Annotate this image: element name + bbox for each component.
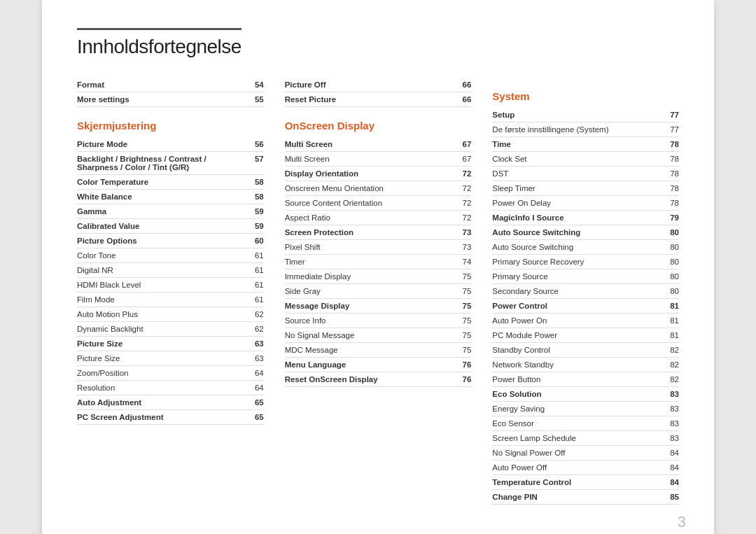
entry-page: 55: [247, 95, 264, 104]
entry-page: 81: [662, 316, 679, 325]
content-columns: Format54More settings55 Skjermjustering …: [77, 78, 679, 517]
entry-page: 75: [454, 316, 471, 325]
col2-top-section: Picture Off66Reset Picture66: [285, 78, 472, 107]
toc-entry: No Signal Message75: [285, 328, 472, 343]
entry-page: 82: [662, 375, 679, 384]
entry-name: Digital NR: [77, 266, 247, 274]
entry-page: 82: [662, 346, 679, 354]
entry-page: 62: [247, 325, 264, 333]
entry-page: 80: [662, 272, 679, 281]
entry-page: 58: [247, 192, 264, 201]
toc-entry: MDC Message75: [285, 343, 472, 358]
toc-entry: Onscreen Menu Orientation72: [285, 181, 472, 196]
entry-page: 77: [662, 111, 679, 119]
entry-name: Color Tone: [77, 251, 247, 260]
toc-entry: Reset Picture66: [285, 92, 472, 107]
entry-page: 54: [247, 80, 264, 89]
entry-page: 78: [662, 155, 679, 163]
entry-page: 64: [247, 384, 264, 392]
entry-name: DST: [492, 169, 662, 178]
toc-entry: Timer74: [285, 255, 472, 269]
toc-entry: HDMI Black Level61: [77, 278, 264, 293]
entry-name: Sleep Timer: [492, 184, 662, 192]
toc-entry: No Signal Power Off84: [492, 446, 679, 461]
toc-entry: Sleep Timer78: [492, 181, 679, 196]
entry-page: 78: [662, 140, 679, 148]
entry-page: 80: [662, 243, 679, 251]
col3-section-title: System: [492, 90, 679, 102]
col1-section-title: Skjermjustering: [77, 120, 264, 132]
entry-name: Auto Source Switching: [492, 243, 662, 251]
entry-name: MDC Message: [285, 346, 455, 354]
toc-entry: Auto Source Switching80: [492, 240, 679, 255]
entry-name: Secondary Source: [492, 287, 662, 295]
toc-entry: Dynamic Backlight62: [77, 322, 264, 337]
toc-entry: Gamma59: [77, 204, 264, 219]
title-bar: Innholdsfortegnelse: [77, 28, 241, 58]
toc-entry: Power On Delay78: [492, 196, 679, 211]
entry-page: 61: [247, 251, 264, 260]
entry-name: Clock Set: [492, 155, 662, 163]
entry-page: 78: [662, 184, 679, 192]
entry-name: MagicInfo I Source: [492, 213, 662, 222]
entry-name: No Signal Power Off: [492, 449, 662, 457]
col2-section-title: OnScreen Display: [285, 120, 472, 132]
toc-entry: Immediate Display75: [285, 269, 472, 284]
toc-entry: Power Button82: [492, 372, 679, 387]
entry-page: 67: [454, 155, 471, 163]
entry-name: Change PIN: [492, 493, 662, 501]
entry-name: Setup: [492, 111, 662, 119]
toc-entry: Screen Protection73: [285, 225, 472, 240]
entry-name: De første innstillingene (System): [492, 125, 662, 134]
entry-name: Side Gray: [285, 287, 455, 295]
entry-name: Screen Lamp Schedule: [492, 434, 662, 442]
toc-entry: Aspect Ratio72: [285, 211, 472, 225]
toc-entry: Energy Saving83: [492, 402, 679, 416]
entry-name: Network Standby: [492, 360, 662, 369]
toc-entry: Resolution64: [77, 381, 264, 395]
entry-page: 82: [662, 360, 679, 369]
toc-entry: More settings55: [77, 92, 264, 107]
toc-entry: Color Tone61: [77, 248, 264, 263]
entry-page: 57: [247, 155, 264, 163]
entry-page: 72: [454, 199, 471, 207]
entry-name: Multi Screen: [285, 140, 455, 148]
toc-entry: Temperature Control84: [492, 475, 679, 490]
entry-page: 63: [247, 354, 264, 363]
toc-entry: Multi Screen67: [285, 152, 472, 167]
toc-entry: Backlight / Brightness / Contrast / Shar…: [77, 152, 264, 175]
entry-page: 78: [662, 199, 679, 207]
entry-page: 84: [662, 478, 679, 486]
entry-page: 81: [662, 302, 679, 310]
toc-entry: Change PIN85: [492, 490, 679, 505]
toc-entry: Source Content Orientation72: [285, 196, 472, 211]
entry-name: Display Orientation: [285, 169, 455, 178]
entry-page: 80: [662, 258, 679, 266]
entry-name: Picture Options: [77, 237, 247, 245]
toc-entry: Clock Set78: [492, 152, 679, 167]
entry-page: 80: [662, 228, 679, 237]
entry-name: Resolution: [77, 384, 247, 392]
toc-entry: Auto Power Off84: [492, 461, 679, 475]
entry-page: 83: [662, 405, 679, 413]
page-number: 3: [678, 513, 686, 531]
toc-entry: Screen Lamp Schedule83: [492, 431, 679, 446]
entry-name: Auto Adjustment: [77, 398, 247, 407]
entry-page: 59: [247, 207, 264, 216]
toc-entry: Setup77: [492, 108, 679, 122]
toc-entry: Source Info75: [285, 314, 472, 328]
entry-name: Message Display: [285, 302, 455, 310]
toc-entry: Film Mode61: [77, 293, 264, 307]
entry-page: 75: [454, 331, 471, 339]
entry-page: 61: [247, 281, 264, 289]
column-3: System Setup77De første innstillingene (…: [492, 78, 679, 517]
toc-entry: Multi Screen67: [285, 137, 472, 152]
toc-entry: Display Orientation72: [285, 167, 472, 181]
entry-name: Color Temperature: [77, 178, 247, 186]
entry-page: 72: [454, 213, 471, 222]
toc-entry: Format54: [77, 78, 264, 92]
toc-entry: Auto Source Switching80: [492, 225, 679, 240]
entry-page: 61: [247, 295, 264, 304]
toc-entry: Side Gray75: [285, 284, 472, 299]
entry-page: 77: [662, 125, 679, 134]
